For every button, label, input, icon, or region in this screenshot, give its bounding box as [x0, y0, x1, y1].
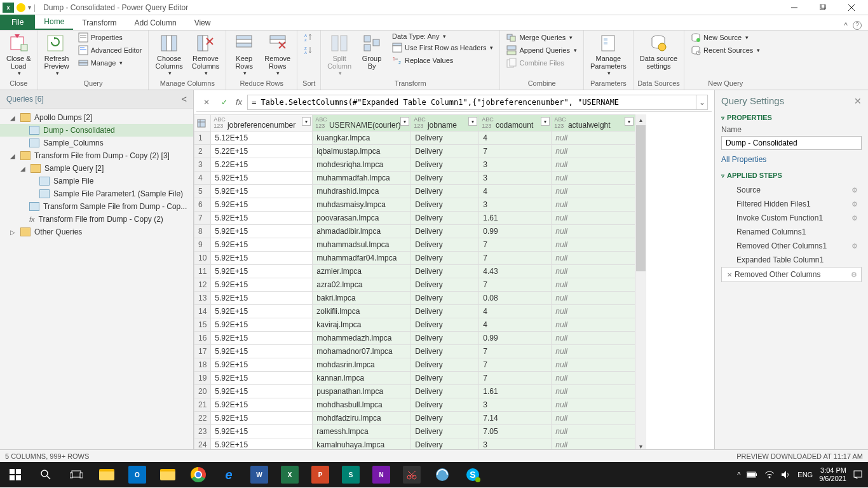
row-header[interactable]: 16: [194, 332, 211, 345]
step-delete-icon[interactable]: ✕: [727, 271, 732, 278]
grid-cell[interactable]: Delivery: [411, 398, 479, 412]
grid-cell[interactable]: null: [552, 252, 635, 265]
grid-cell[interactable]: 1.61: [479, 385, 552, 398]
app-explorer[interactable]: [92, 462, 122, 487]
grid-cell[interactable]: null: [552, 225, 635, 238]
formula-accept-icon[interactable]: ✓: [218, 96, 231, 109]
grid-cell[interactable]: Delivery: [411, 318, 479, 332]
language-indicator[interactable]: ENG: [797, 471, 813, 478]
grid-cell[interactable]: 5.92E+15: [211, 332, 313, 345]
row-header[interactable]: 20: [194, 385, 211, 398]
grid-corner[interactable]: [194, 115, 211, 132]
grid-cell[interactable]: poovarasan.lmpca: [313, 212, 411, 225]
grid-cell[interactable]: 5.92E+15: [211, 345, 313, 358]
grid-cell[interactable]: 5.92E+15: [211, 185, 313, 198]
step-gear-icon[interactable]: ⚙: [851, 214, 858, 222]
grid-cell[interactable]: muhammadfar04.lmpca: [313, 252, 411, 265]
row-header[interactable]: 17: [194, 345, 211, 358]
grid-cell[interactable]: mohammedazh.lmpca: [313, 332, 411, 345]
replace-values-button[interactable]: 12Replace Values: [390, 55, 496, 66]
row-header[interactable]: 13: [194, 292, 211, 305]
grid-cell[interactable]: Delivery: [411, 372, 479, 385]
app-skype[interactable]: S: [458, 462, 488, 487]
column-type-icon[interactable]: ABC123: [315, 116, 327, 129]
grid-cell[interactable]: Delivery: [411, 332, 479, 345]
grid-cell[interactable]: 5.92E+15: [211, 265, 313, 278]
grid-table[interactable]: ABC123jobreferencenumber▾ABC123USERNAME(…: [194, 114, 635, 449]
task-view-button[interactable]: [61, 462, 92, 487]
grid-cell[interactable]: null: [552, 318, 635, 332]
manage-button[interactable]: Manage▾: [76, 57, 145, 69]
row-header[interactable]: 19: [194, 372, 211, 385]
row-header[interactable]: 2: [194, 145, 211, 158]
grid-cell[interactable]: 4: [479, 132, 552, 145]
app-onenote[interactable]: N: [366, 462, 397, 487]
smiley-icon[interactable]: [17, 3, 25, 12]
formula-expand-icon[interactable]: ⌄: [696, 95, 708, 110]
grid-cell[interactable]: 3: [479, 198, 552, 212]
applied-step[interactable]: Renamed Columns1: [721, 225, 862, 239]
query-name-input[interactable]: [721, 136, 862, 150]
grid-cell[interactable]: mohamadnor07.lmpca: [313, 345, 411, 358]
grid-cell[interactable]: azra02.lmpca: [313, 278, 411, 292]
grid-cell[interactable]: 5.92E+15: [211, 292, 313, 305]
grid-cell[interactable]: muhdasmaisy.lmpca: [313, 198, 411, 212]
step-gear-icon[interactable]: ⚙: [851, 200, 858, 208]
tree-arrow-icon[interactable]: ▷: [10, 229, 17, 236]
app-sway[interactable]: S: [336, 462, 366, 487]
grid-cell[interactable]: 5.92E+15: [211, 318, 313, 332]
grid-cell[interactable]: 7: [479, 278, 552, 292]
column-header[interactable]: ABC123jobname▾: [411, 115, 479, 132]
search-button[interactable]: [31, 462, 61, 487]
row-header[interactable]: 10: [194, 252, 211, 265]
append-queries-button[interactable]: Append Queries▾: [504, 44, 580, 56]
column-filter-icon[interactable]: ▾: [302, 117, 311, 126]
grid-cell[interactable]: null: [552, 185, 635, 198]
grid-cell[interactable]: muhammadfah.lmpca: [313, 172, 411, 185]
close-button[interactable]: [837, 0, 865, 15]
row-header[interactable]: 7: [194, 212, 211, 225]
tree-arrow-icon[interactable]: ◢: [10, 152, 17, 159]
grid-cell[interactable]: ramessh.lmpca: [313, 425, 411, 438]
app-ie[interactable]: e: [214, 462, 244, 487]
ribbon-collapse-icon[interactable]: ^: [844, 21, 848, 30]
grid-cell[interactable]: 5.92E+15: [211, 305, 313, 318]
grid-cell[interactable]: 5.92E+15: [211, 238, 313, 252]
column-header[interactable]: ABC123actualweight▾: [552, 115, 635, 132]
tab-file[interactable]: File: [0, 15, 35, 30]
battery-icon[interactable]: [747, 471, 758, 478]
grid-cell[interactable]: Delivery: [411, 278, 479, 292]
tab-home[interactable]: Home: [35, 15, 73, 30]
grid-cell[interactable]: 5.92E+15: [211, 172, 313, 185]
grid-cell[interactable]: 4: [479, 185, 552, 198]
refresh-preview-button[interactable]: Refresh Preview▾: [42, 32, 72, 78]
grid-cell[interactable]: 0.99: [479, 225, 552, 238]
data-source-settings-button[interactable]: Data source settings: [637, 32, 680, 71]
column-header[interactable]: ABC123codamount▾: [479, 115, 552, 132]
grid-cell[interactable]: null: [552, 132, 635, 145]
tab-transform[interactable]: Transform: [73, 16, 125, 30]
scroll-up-icon[interactable]: ▴: [639, 114, 642, 125]
grid-cell[interactable]: mohdesriqha.lmpca: [313, 158, 411, 172]
grid-cell[interactable]: 5.12E+15: [211, 132, 313, 145]
applied-step[interactable]: Source⚙: [721, 183, 862, 197]
row-header[interactable]: 12: [194, 278, 211, 292]
tree-arrow-icon[interactable]: ◢: [10, 114, 17, 121]
row-header[interactable]: 9: [194, 238, 211, 252]
applied-steps-header[interactable]: APPLIED STEPS: [721, 172, 862, 179]
grid-cell[interactable]: 7: [479, 252, 552, 265]
grid-cell[interactable]: mohdhasbull.lmpca: [313, 398, 411, 412]
grid-cell[interactable]: Delivery: [411, 358, 479, 372]
sort-desc-button[interactable]: ZA: [301, 44, 316, 56]
row-header[interactable]: 11: [194, 265, 211, 278]
tree-item[interactable]: Sample File: [0, 175, 193, 187]
grid-cell[interactable]: 7: [479, 145, 552, 158]
grid-cell[interactable]: Delivery: [411, 212, 479, 225]
manage-parameters-button[interactable]: Manage Parameters▾: [588, 32, 629, 78]
grid-cell[interactable]: 5.92E+15: [211, 412, 313, 425]
queries-collapse-icon[interactable]: <: [182, 94, 187, 104]
clock[interactable]: 3:04 PM 9/6/2021: [819, 466, 846, 483]
grid-cell[interactable]: 5.92E+15: [211, 225, 313, 238]
applied-step[interactable]: Invoke Custom Function1⚙: [721, 211, 862, 225]
grid-cell[interactable]: kaviraj.lmpca: [313, 318, 411, 332]
